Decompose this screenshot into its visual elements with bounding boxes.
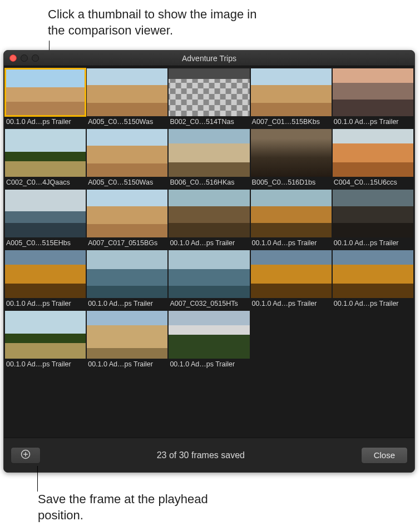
thumbnail-image xyxy=(169,250,249,298)
thumbnail[interactable]: 00.1.0 Ad…ps Trailer xyxy=(251,190,332,249)
thumbnail[interactable]: 00.1.0 Ad…ps Trailer xyxy=(87,250,167,310)
window-minimize-button[interactable] xyxy=(21,54,28,62)
thumbnail-label: 00.1.0 Ad…ps Trailer xyxy=(251,298,332,310)
thumbnail-label: 00.1.0 Ad…ps Trailer xyxy=(5,116,86,128)
thumbnail-label: A007_C01…515BKbs xyxy=(251,116,332,128)
thumbnail-image xyxy=(169,68,249,116)
thumbnail-label: B006_C0…516HKas xyxy=(169,177,249,188)
thumbnail-image xyxy=(87,68,167,116)
thumbnail[interactable]: 00.1.0 Ad…ps Trailer xyxy=(87,311,167,370)
thumbnail-image xyxy=(251,250,332,298)
thumbnail-label: A005_C0…5150Was xyxy=(87,116,167,128)
status-text: 23 of 30 frames saved xyxy=(41,450,361,460)
thumbnail[interactable]: B002_C0…514TNas xyxy=(169,68,249,128)
thumbnail-image xyxy=(333,250,413,298)
thumbnail-image xyxy=(5,68,86,116)
thumbnail-image xyxy=(87,129,167,177)
thumbnail-image xyxy=(251,129,332,177)
thumbnail[interactable]: A007_C01…515BKbs xyxy=(251,68,332,128)
thumbnail[interactable]: C002_C0…4JQaacs xyxy=(5,129,86,188)
thumbnail-label: 00.1.0 Ad…ps Trailer xyxy=(5,298,86,310)
thumbnail[interactable]: 00.1.0 Ad…ps Trailer xyxy=(5,250,86,310)
thumbnail[interactable]: 00.1.0 Ad…ps Trailer xyxy=(251,250,332,310)
thumbnail-label: A007_C017_0515BGs xyxy=(87,237,167,249)
close-button-label: Close xyxy=(374,450,395,460)
thumbnail-label: 00.1.0 Ad…ps Trailer xyxy=(169,359,249,370)
thumbnail[interactable]: B006_C0…516HKas xyxy=(169,129,249,188)
thumbnail-label: A007_C032_0515HTs xyxy=(169,298,249,310)
thumbnail-image xyxy=(87,190,167,237)
thumbnail[interactable]: A007_C017_0515BGs xyxy=(87,190,167,249)
thumbnail-label: A005_C0…515EHbs xyxy=(5,237,86,249)
thumbnail-label: C004_C0…15U6ccs xyxy=(333,177,413,188)
annotation-bottom: Save the frame at the playhead position. xyxy=(38,492,216,523)
thumbnail[interactable]: A005_C0…5150Was xyxy=(87,68,167,128)
thumbnail-label: 00.1.0 Ad…ps Trailer xyxy=(87,298,167,310)
plus-icon xyxy=(21,449,31,461)
thumbnail-label: B002_C0…514TNas xyxy=(169,116,249,128)
thumbnail-label: 00.1.0 Ad…ps Trailer xyxy=(169,237,249,249)
thumbnail-label: A005_C0…5150Was xyxy=(87,177,167,188)
window-zoom-button[interactable] xyxy=(32,54,39,62)
window-title: Adventure Trips xyxy=(4,54,414,63)
thumbnail-label: C002_C0…4JQaacs xyxy=(5,177,86,188)
thumbnail-image xyxy=(169,311,249,359)
thumbnail-label: 00.1.0 Ad…ps Trailer xyxy=(5,359,86,370)
window-close-button[interactable] xyxy=(9,54,17,62)
thumbnail-label: 00.1.0 Ad…ps Trailer xyxy=(333,298,413,310)
annotation-top: Click a thumbnail to show the image in t… xyxy=(48,7,270,38)
thumbnail[interactable]: 00.1.0 Ad…ps Trailer xyxy=(333,68,413,128)
window-titlebar: Adventure Trips xyxy=(4,51,414,66)
traffic-light-buttons xyxy=(9,54,39,62)
frame-browser-window: Adventure Trips 00.1.0 Ad…ps TrailerA005… xyxy=(3,50,415,473)
thumbnail-image xyxy=(333,129,413,177)
close-button[interactable]: Close xyxy=(361,447,408,464)
thumbnail-grid: 00.1.0 Ad…ps TrailerA005_C0…5150WasB002_… xyxy=(4,66,414,438)
thumbnail-label: B005_C0…516D1bs xyxy=(251,177,332,188)
thumbnail-image xyxy=(5,250,86,298)
thumbnail[interactable]: A005_C0…5150Was xyxy=(87,129,167,188)
thumbnail-image xyxy=(251,190,332,237)
thumbnail-label: 00.1.0 Ad…ps Trailer xyxy=(333,116,413,128)
thumbnail[interactable]: B005_C0…516D1bs xyxy=(251,129,332,188)
thumbnail[interactable]: 00.1.0 Ad…ps Trailer xyxy=(333,190,413,249)
thumbnail-image xyxy=(169,190,249,237)
thumbnail[interactable]: 00.1.0 Ad…ps Trailer xyxy=(5,311,86,370)
add-frame-button[interactable] xyxy=(11,447,41,464)
callout-line-bottom xyxy=(37,466,38,492)
thumbnail-image xyxy=(251,68,332,116)
thumbnail[interactable]: C004_C0…15U6ccs xyxy=(333,129,413,188)
thumbnail-image xyxy=(333,190,413,237)
thumbnail[interactable]: 00.1.0 Ad…ps Trailer xyxy=(5,68,86,128)
thumbnail[interactable]: A007_C032_0515HTs xyxy=(169,250,249,310)
thumbnail[interactable]: 00.1.0 Ad…ps Trailer xyxy=(169,311,249,370)
thumbnail-image xyxy=(5,129,86,177)
thumbnail-image xyxy=(87,250,167,298)
thumbnail-label: 00.1.0 Ad…ps Trailer xyxy=(333,237,413,249)
thumbnail-image xyxy=(87,311,167,359)
thumbnail-image xyxy=(5,311,86,359)
thumbnail-image xyxy=(5,190,86,237)
thumbnail[interactable]: A005_C0…515EHbs xyxy=(5,190,86,249)
thumbnail-label: 00.1.0 Ad…ps Trailer xyxy=(251,237,332,249)
thumbnail-image xyxy=(333,68,413,116)
thumbnail[interactable]: 00.1.0 Ad…ps Trailer xyxy=(169,190,249,249)
thumbnail[interactable]: 00.1.0 Ad…ps Trailer xyxy=(333,250,413,310)
window-footer: 23 of 30 frames saved Close xyxy=(4,438,414,472)
thumbnail-image xyxy=(169,129,249,177)
thumbnail-label: 00.1.0 Ad…ps Trailer xyxy=(87,359,167,370)
